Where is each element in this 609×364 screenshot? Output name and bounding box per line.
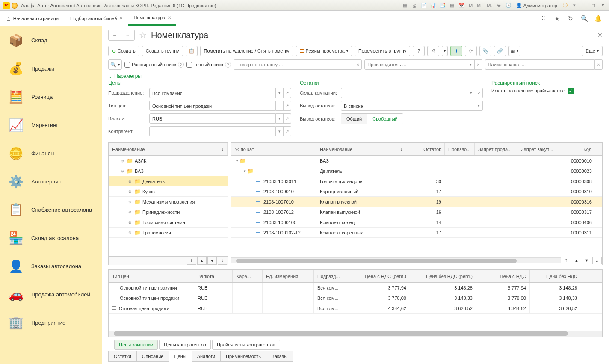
expand-icon[interactable]: ⊕ — [127, 179, 133, 183]
col-currency[interactable]: Валюта — [194, 270, 233, 282]
sidebar-item-salon-warehouse[interactable]: 🏪Склад автосалона — [0, 224, 102, 252]
copy-button[interactable]: 📋 — [186, 46, 198, 56]
export-button[interactable]: ▦▾ — [508, 46, 520, 56]
back-button[interactable]: ← — [109, 30, 121, 40]
expand-icon[interactable]: ⊕ — [127, 200, 133, 204]
col-ban-sell[interactable]: Запрет прода... — [475, 143, 517, 155]
expand-icon[interactable]: ⊕ — [120, 159, 125, 163]
last-button[interactable]: ⤓ — [592, 257, 602, 264]
m-minus-icon[interactable]: M- — [486, 2, 493, 9]
sidebar-item-orders[interactable]: 👤Заказы автосалона — [0, 252, 102, 280]
first-button[interactable]: ⤒ — [187, 257, 196, 265]
last-button[interactable]: ⤓ — [218, 257, 227, 265]
move-group-button[interactable]: Переместить в группу — [355, 46, 410, 56]
item-row[interactable]: 2108-1007012 Клапан выпускной 16 0000031… — [231, 207, 602, 217]
up-button[interactable]: ▲ — [572, 257, 581, 264]
ext-search-checkbox[interactable] — [124, 62, 130, 68]
open-button[interactable]: ↗ — [284, 101, 291, 111]
col-maker[interactable]: Произво... — [445, 143, 475, 155]
col-ban-buy[interactable]: Запрет закуп... — [517, 143, 560, 155]
name-input[interactable] — [485, 59, 595, 70]
forward-button[interactable]: → — [121, 30, 134, 40]
dropdown-button[interactable]: ▾ — [467, 59, 475, 70]
create-group-button[interactable]: Создать группу — [142, 46, 183, 56]
info-dd-icon[interactable]: ▾ — [571, 2, 578, 9]
sidebar-item-supply[interactable]: 📋Снабжение автосалона — [0, 195, 102, 224]
col-price-nonds-reg[interactable]: Цена без НДС (регл.) — [410, 270, 476, 282]
col-char[interactable]: Хара... — [233, 270, 263, 282]
open-button[interactable]: ↗ — [475, 88, 483, 98]
user-menu[interactable]: 👤 Администратор — [514, 3, 559, 8]
tree-row[interactable]: ⊕📁Тормозная система — [109, 217, 228, 228]
link-button[interactable]: 🔗 — [494, 46, 506, 56]
tab-nomenclature[interactable]: Номенклатура ✕ — [128, 11, 176, 26]
m-plus-icon[interactable]: M+ — [477, 2, 484, 9]
home-tab[interactable]: ⌂ Начальная страница — [0, 11, 65, 26]
help-button[interactable]: ? — [413, 46, 425, 56]
sidebar-item-marketing[interactable]: 📈Маркетинг — [0, 111, 102, 139]
exact-search-check[interactable]: Точный поиск ? — [186, 62, 231, 68]
expand-icon[interactable]: ▾ — [242, 169, 247, 173]
sidebar-item-finance[interactable]: 🪙Финансы — [0, 139, 102, 167]
dropdown-button[interactable]: ▾ — [467, 88, 475, 98]
print-button[interactable]: 🖨 — [427, 46, 439, 56]
tree-row[interactable]: ⊕📁Двигатель — [109, 176, 228, 186]
tree-body[interactable]: ⊕📁АЗЛК⊖📁ВАЗ⊕📁Двигатель⊕📁Кузов⊕📁Механизмы… — [109, 156, 228, 256]
doc-icon[interactable]: 📄 — [420, 2, 427, 9]
tree-row[interactable]: ⊖📁ВАЗ — [109, 166, 228, 176]
help-icon[interactable]: ? — [178, 62, 184, 68]
expand-icon[interactable]: ⊖ — [120, 169, 125, 173]
table-icon[interactable]: ▤ — [449, 2, 455, 9]
col-price-nds[interactable]: Цена с НДС — [476, 270, 530, 282]
seg-free-button[interactable]: Свободный — [367, 114, 403, 124]
btab-orders[interactable]: Заказы — [266, 351, 293, 362]
maximize-button[interactable]: ◻ — [590, 2, 597, 9]
col-stock[interactable]: Остаток — [406, 143, 445, 155]
price-hscroll[interactable] — [109, 331, 602, 337]
dropdown-button[interactable]: ▾ — [276, 113, 284, 124]
tree-row[interactable]: ⊕📁АЗЛК — [109, 156, 228, 166]
curr-input[interactable]: RUB▾↗ — [149, 113, 291, 124]
info-toggle-button[interactable]: i — [450, 46, 462, 56]
sidebar-item-retail[interactable]: 🧮Розница — [0, 83, 102, 111]
create-button[interactable]: ⊕Создать — [108, 46, 139, 56]
item-row[interactable]: 21083-1000100 Комплект колец 14 00000406 — [231, 217, 602, 228]
tree-row[interactable]: ⊕📁Трансмиссия — [109, 228, 228, 238]
minimize-button[interactable]: — — [580, 2, 587, 9]
ellipsis-button[interactable]: … — [276, 101, 284, 111]
tree-row[interactable]: ⊕📁Принадлежности — [109, 207, 228, 217]
maker-input[interactable] — [364, 59, 467, 70]
col-code[interactable]: Код — [560, 143, 595, 155]
apps-icon[interactable]: ⠿ — [539, 15, 547, 22]
sidebar-item-service[interactable]: ⚙️Автосервис — [0, 167, 102, 195]
col-price-type[interactable]: Тип цен — [109, 270, 194, 282]
sidebar-item-sales[interactable]: 💰Продажи — [0, 54, 102, 83]
item-row[interactable]: 2108-1007010 Клапан впускной 19 00000316 — [231, 197, 602, 207]
view-mode-button[interactable]: ☷Режим просмотра▾ — [296, 46, 352, 56]
history-nav-icon[interactable]: ↻ — [567, 15, 574, 22]
open-button[interactable]: ↗ — [284, 88, 291, 98]
sync-button[interactable]: ⟳ — [465, 46, 477, 56]
subtab-company-prices[interactable]: Цены компании — [114, 340, 158, 350]
price-row[interactable]: ☰Оптовая цена продажи RUB Вся ком... 4 3… — [109, 303, 602, 314]
item-row[interactable]: 2108-1009010 Картер масляный 17 00000310 — [231, 186, 602, 197]
bell-icon[interactable]: 🔔 — [594, 15, 602, 22]
btab-applicability[interactable]: Применяемость — [221, 351, 266, 362]
expand-icon[interactable]: ⊕ — [127, 231, 133, 235]
seg-common-button[interactable]: Общий — [341, 114, 367, 124]
sidebar-item-warehouse[interactable]: 📦Склад — [0, 26, 102, 54]
clear-button[interactable]: × — [475, 59, 482, 70]
print-icon[interactable]: 🖨 — [411, 2, 418, 9]
btab-analogs[interactable]: Аналоги — [192, 351, 221, 362]
filter-button[interactable]: 🔍▾ — [108, 59, 122, 70]
checkbox-checked-icon[interactable]: ✓ — [568, 88, 574, 94]
expand-icon[interactable]: ⊕ — [127, 189, 133, 194]
ptype-input[interactable]: Основной тип цен продажи…↗ — [149, 101, 291, 111]
subtab-contractor-prices[interactable]: Цены контрагентов — [159, 340, 211, 350]
ext-search-check[interactable]: Расширенный поиск ? — [124, 62, 184, 68]
tab-car-selection[interactable]: Подбор автомобилей ✕ — [65, 11, 128, 26]
star-icon[interactable]: ★ — [553, 15, 561, 22]
subdiv-input[interactable]: Вся компания▾↗ — [149, 88, 291, 98]
dropdown-button[interactable]: ▾ — [475, 101, 483, 111]
sidebar-item-car-sales[interactable]: 🚗Продажа автомобилей — [0, 280, 102, 308]
